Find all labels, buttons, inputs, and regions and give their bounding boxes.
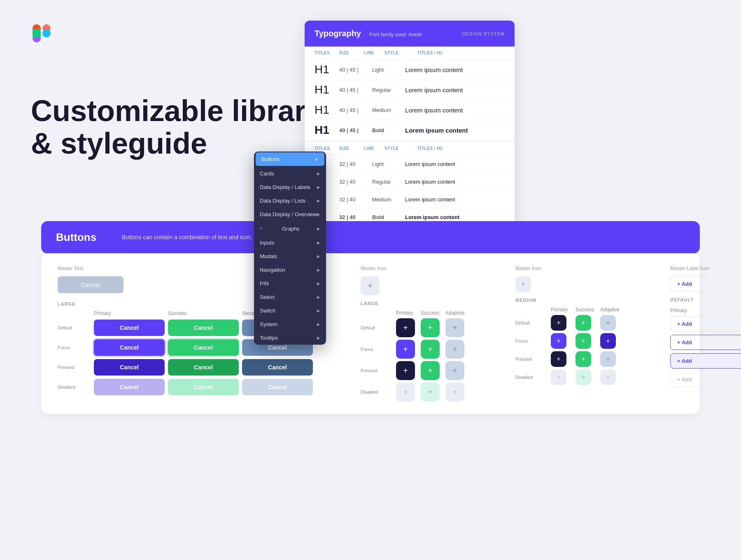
chevron-right-icon: ▶ xyxy=(317,185,320,189)
btn-success-focus[interactable]: Cancel xyxy=(168,339,239,356)
medium-icon-dark-default[interactable]: + xyxy=(551,315,566,331)
icon-btn-dark-default[interactable]: + xyxy=(396,318,415,337)
chevron-right-icon: ▶ xyxy=(317,308,320,313)
medium-success-col: Success xyxy=(576,307,598,313)
dropdown-item-pin[interactable]: PIN ▶ xyxy=(254,277,326,290)
dropdown-item-buttons[interactable]: Buttons ▶ xyxy=(256,152,324,166)
medium-icon-adaptive-focus[interactable]: + xyxy=(600,333,616,349)
buttons-banner-title: Buttons xyxy=(56,231,105,244)
default-label-size: DEFAULT xyxy=(670,297,741,302)
medium-icon-success-default[interactable]: + xyxy=(576,315,591,331)
chevron-right-icon: ▶ xyxy=(317,295,320,299)
dropdown-item-data-overview[interactable]: Data Display / Overview ▶ xyxy=(254,208,326,221)
master-icon-medium-label: Master Icon xyxy=(515,266,622,271)
icon-primary-col: Primary xyxy=(396,310,418,316)
medium-icon-dark-disabled: + xyxy=(551,369,566,385)
icon-btn-dark-disabled: + xyxy=(396,383,415,401)
svg-rect-4 xyxy=(33,29,41,37)
master-icon-btn[interactable]: + xyxy=(361,276,380,295)
label-btn-focus[interactable]: + Add xyxy=(670,335,741,350)
type-row-h1-bold: H1 40 | 45 | Bold Lorem ipsum content xyxy=(305,120,515,140)
chevron-right-icon: ▶ xyxy=(317,198,320,203)
dropdown-item-cards[interactable]: Cards ▶ xyxy=(254,167,326,180)
icon-btn-success-disabled: + xyxy=(421,383,440,401)
typography-title: Typography xyxy=(315,29,361,38)
icon-btn-adaptive-disabled: + xyxy=(445,383,464,401)
icon-success-col: Success xyxy=(421,310,443,316)
disabled-row-label: Disabled xyxy=(58,385,91,390)
master-icon-medium-btn[interactable]: + xyxy=(515,276,531,292)
type-section-h1-header: TITLES SIZE LINE STYLE TITLES / H1 xyxy=(305,47,515,60)
icon-btn-success-focus[interactable]: + xyxy=(421,340,440,359)
medium-icon-adaptive-default[interactable]: + xyxy=(600,315,616,331)
btn-primary-disabled: Cancel xyxy=(94,379,165,395)
focus-row-label: Focus xyxy=(58,345,91,350)
type-row-h1-regular: H1 40 | 45 | Regular Lorem ipsum content xyxy=(305,80,515,100)
label-btn-default[interactable]: + Add xyxy=(670,316,741,331)
dropdown-item-data-labels[interactable]: Data Display / Labels ▶ xyxy=(254,180,326,194)
type-row-h1-medium: H1 40 | 45 | Medium Lorem ipsum content xyxy=(305,100,515,120)
typography-subtitle: Font family used: Avenir xyxy=(369,32,422,37)
btn-primary-focus[interactable]: Cancel xyxy=(94,339,165,356)
icon-btn-success-default[interactable]: + xyxy=(421,318,440,337)
dropdown-item-data-lists[interactable]: Data Display / Lists ▶ xyxy=(254,194,326,208)
label-btn-pressed[interactable]: + Add xyxy=(670,353,741,369)
icon-btn-primary-focus[interactable]: + xyxy=(396,340,415,359)
dropdown-item-switch[interactable]: Switch ▶ xyxy=(254,304,326,317)
btn-primary-default[interactable]: Cancel xyxy=(94,320,165,336)
dropdown-menu[interactable]: Buttons ▶ Cards ▶ Data Display / Labels … xyxy=(254,152,326,345)
chevron-right-icon: ▶ xyxy=(317,268,320,272)
icon-btn-adaptive-focus[interactable]: + xyxy=(445,340,464,359)
type-row-h2-light: H2 32 | 40 Light Lorem ipsum content xyxy=(305,155,515,173)
design-system-label: DESIGN SYSTEM xyxy=(462,31,505,36)
icon-btn-success-pressed[interactable]: + xyxy=(421,361,440,380)
icon-btn-adaptive-default[interactable]: + xyxy=(445,318,464,337)
medium-icon-adaptive-disabled: + xyxy=(600,369,616,385)
type-row-h2-medium: H2 32 | 40 Medium Lorem ipsum content xyxy=(305,191,515,208)
chevron-right-icon: ▶ xyxy=(317,281,320,286)
master-label-icon-label: Master Label Icon xyxy=(670,266,741,271)
figma-logo-icon xyxy=(31,23,52,44)
btn-success-disabled: Cancel xyxy=(168,379,239,395)
dropdown-item-inputs[interactable]: Inputs ▶ xyxy=(254,236,326,250)
medium-adaptive-col: Adaptive xyxy=(600,307,622,313)
dropdown-item-select[interactable]: Select ▶ xyxy=(254,290,326,304)
buttons-demo-area: Master Text Cancel LARGE Primary Success… xyxy=(41,253,700,414)
success-col-label: Success xyxy=(168,310,239,316)
chevron-right-icon: ▶ xyxy=(317,226,320,231)
medium-icon-success-focus[interactable]: + xyxy=(576,333,591,349)
type-row-h2-regular: H2 32 | 40 Regular Lorem ipsum content xyxy=(305,173,515,191)
hero-line1: Customizable library xyxy=(31,94,322,127)
master-icon-label: Master Icon xyxy=(361,266,468,271)
medium-icon-dark-pressed[interactable]: + xyxy=(551,351,566,367)
medium-icon-label: MEDIUM xyxy=(515,298,622,303)
master-icon-large-section: Master Icon + LARGE Primary Success Adap… xyxy=(361,266,468,401)
medium-icon-primary-focus[interactable]: + xyxy=(551,333,566,349)
medium-icon-adaptive-pressed[interactable]: + xyxy=(600,351,616,367)
medium-icon-success-disabled: + xyxy=(576,369,591,385)
dropdown-item-graphs[interactable]: Graphs ▶ xyxy=(254,221,326,236)
chevron-right-icon: ▶ xyxy=(317,336,320,340)
medium-primary-col: Primary xyxy=(551,307,573,313)
icon-btn-dark-pressed[interactable]: + xyxy=(396,361,415,380)
btn-success-pressed[interactable]: Cancel xyxy=(168,359,239,376)
buttons-banner: Buttons Buttons can contain a combinatio… xyxy=(41,221,700,254)
cancel-button-demo[interactable]: Cancel xyxy=(58,276,124,293)
btn-success-default[interactable]: Cancel xyxy=(168,320,239,336)
medium-icon-success-pressed[interactable]: + xyxy=(576,351,591,367)
icon-btn-adaptive-pressed[interactable]: + xyxy=(445,361,464,380)
typography-header: Typography Font family used: Avenir DESI… xyxy=(305,21,515,47)
dropdown-item-navigation[interactable]: Navigation ▶ xyxy=(254,263,326,277)
dropdown-item-tooltips[interactable]: Tooltips ▶ xyxy=(254,331,326,345)
master-label-btn[interactable]: + Add xyxy=(670,276,707,292)
chevron-right-icon: ▶ xyxy=(317,254,320,259)
icon-adaptive-col: Adaptive xyxy=(445,310,468,316)
chevron-right-icon: ▶ xyxy=(315,157,319,161)
primary-col-label: Primary xyxy=(94,310,165,316)
btn-secondary-pressed[interactable]: Cancel xyxy=(242,359,313,376)
btn-primary-pressed[interactable]: Cancel xyxy=(94,359,165,376)
dropdown-item-system[interactable]: System ▶ xyxy=(254,317,326,331)
label-btn-disabled: + Add xyxy=(670,372,741,387)
master-label-icon-section: Master Label Icon + Add DEFAULT Primary … xyxy=(670,266,741,387)
dropdown-item-modals[interactable]: Modals ▶ xyxy=(254,250,326,263)
